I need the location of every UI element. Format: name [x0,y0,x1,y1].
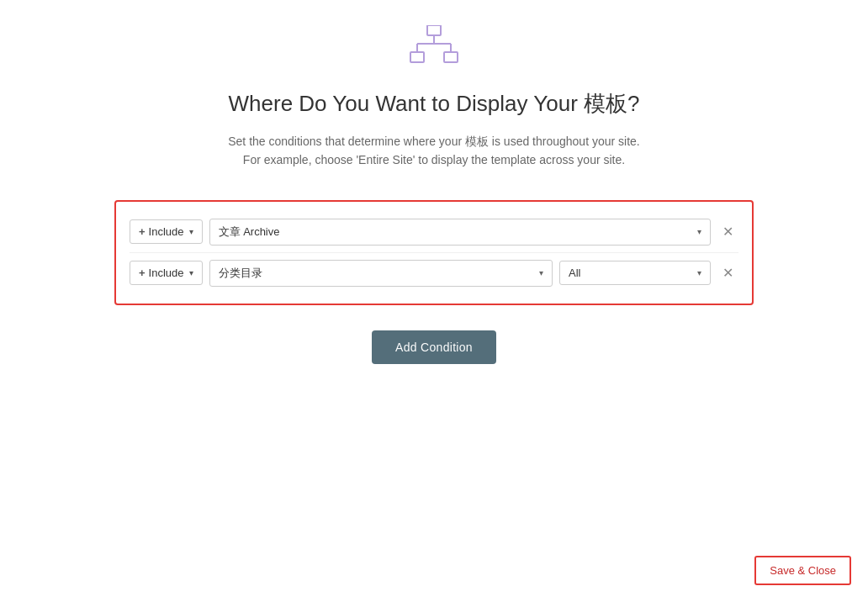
page-container: Where Do You Want to Display Your 模板? Se… [0,0,868,602]
main-select-value-1: 文章 Archive [219,224,280,240]
secondary-select-value-2: All [569,267,580,279]
description-line1: Set the conditions that determine where … [228,132,640,150]
main-select-1[interactable]: 文章 Archive ▾ [209,219,711,246]
chevron-down-icon-3: ▾ [697,268,701,277]
org-icon-container [409,25,459,72]
org-chart-icon [409,25,459,69]
svg-rect-0 [427,25,441,35]
remove-button-2[interactable]: ✕ [717,261,738,284]
plus-icon-2: + [139,267,146,279]
svg-rect-6 [444,52,458,62]
include-label-2: Include [149,267,184,279]
chevron-icon-2: ▾ [189,268,193,277]
condition-row-2: + Include ▾ 分类目录 ▾ All ▾ ✕ [130,252,738,293]
secondary-select-2[interactable]: All ▾ [559,261,711,285]
include-button-2[interactable]: + Include ▾ [130,261,203,285]
chevron-icon-1: ▾ [189,227,193,236]
svg-rect-5 [410,52,424,62]
main-select-2[interactable]: 分类目录 ▾ [209,260,553,287]
remove-button-1[interactable]: ✕ [717,220,738,243]
add-condition-button[interactable]: Add Condition [372,330,496,364]
plus-icon-1: + [139,225,146,238]
include-button-1[interactable]: + Include ▾ [130,219,203,244]
condition-row-1: + Include ▾ 文章 Archive ▾ ✕ [130,212,738,252]
conditions-box: + Include ▾ 文章 Archive ▾ ✕ + Include ▾ 分… [114,200,754,305]
chevron-down-icon-2: ▾ [539,268,543,277]
save-close-button[interactable]: Save & Close [754,556,851,585]
page-title: Where Do You Want to Display Your 模板? [229,89,640,119]
include-label-1: Include [149,225,184,238]
description-line2: For example, choose 'Entire Site' to dis… [228,150,640,169]
page-description: Set the conditions that determine where … [228,132,640,170]
main-select-value-2: 分类目录 [219,266,262,281]
chevron-down-icon-1: ▾ [697,227,701,236]
